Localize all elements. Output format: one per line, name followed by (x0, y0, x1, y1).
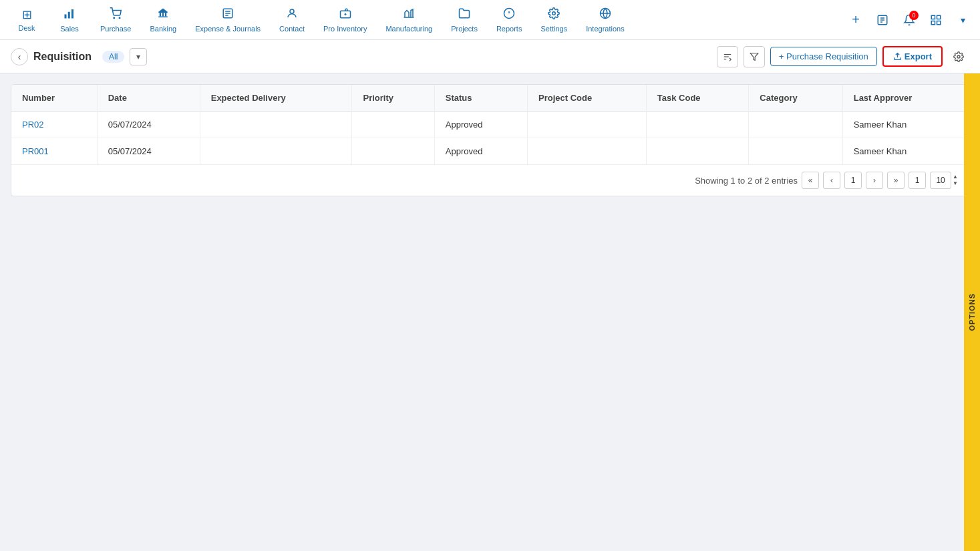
nav-item-integrations[interactable]: Integrations (578, 3, 632, 37)
svg-rect-5 (160, 13, 161, 16)
back-icon: ‹ (18, 51, 21, 62)
export-button[interactable]: Export (882, 46, 943, 67)
nav-dropdown-button[interactable]: ▾ (952, 9, 973, 31)
svg-rect-28 (937, 15, 941, 19)
cell-last-approver-1: Sameer Khan (842, 112, 969, 138)
col-priority: Priority (352, 85, 434, 112)
page-size-up-arrow[interactable]: ▲ (953, 174, 958, 180)
nav-item-settings[interactable]: Settings (532, 3, 575, 37)
svg-rect-27 (931, 15, 935, 19)
cell-number-2: PR001 (11, 138, 97, 165)
cell-category-1 (749, 112, 842, 138)
page-title: Requisition (33, 51, 92, 63)
prev-page-button[interactable]: ‹ (823, 172, 840, 189)
filter-button[interactable] (744, 46, 765, 67)
svg-point-13 (290, 9, 294, 13)
chevron-down-icon: ▾ (136, 52, 140, 61)
nav-item-banking[interactable]: Banking (142, 3, 184, 37)
nav-item-desk[interactable]: ⊞ Desk (7, 3, 47, 36)
grid-view-button[interactable] (925, 9, 947, 31)
cell-category-2 (749, 138, 842, 165)
pr001-link[interactable]: PR001 (22, 146, 49, 156)
options-label: OPTIONS (968, 293, 976, 331)
table-container: Number Date Expected Delivery Priority S… (11, 84, 969, 196)
cell-project-code-2 (528, 138, 647, 165)
filter-tag-all[interactable]: All (102, 51, 124, 63)
next-page-button[interactable]: › (866, 172, 883, 189)
table-row: PR02 05/07/2024 Approved Sameer Khan (11, 112, 969, 138)
options-sidebar[interactable]: OPTIONS (964, 73, 980, 551)
add-button[interactable]: + (845, 9, 866, 31)
nav-item-reports[interactable]: Reports (488, 3, 530, 37)
page-size-selector[interactable]: 10 ▲ ▼ (930, 172, 958, 189)
nav-label-desk: Desk (18, 24, 35, 32)
nav-label-projects: Projects (451, 25, 478, 33)
nav-label-manufacturing: Manufacturing (385, 25, 432, 33)
cell-task-code-2 (646, 138, 749, 165)
desk-icon: ⊞ (22, 7, 32, 22)
notification-button[interactable]: 0 (899, 9, 920, 31)
last-page-button[interactable]: » (887, 172, 905, 189)
nav-label-pro-inventory: Pro Inventory (323, 25, 367, 33)
edit-icon[interactable] (872, 9, 893, 31)
nav-label-banking: Banking (150, 25, 176, 33)
contact-icon (286, 7, 298, 23)
cell-priority-1 (352, 112, 434, 138)
first-page-button[interactable]: « (802, 172, 819, 189)
integrations-icon (599, 7, 611, 23)
table-header-row: Number Date Expected Delivery Priority S… (11, 85, 969, 112)
col-project-code: Project Code (528, 85, 647, 112)
nav-item-expense[interactable]: Expense & Journals (187, 3, 269, 37)
svg-rect-7 (165, 13, 166, 16)
page-size-down-arrow[interactable]: ▼ (953, 180, 958, 187)
add-purchase-requisition-button[interactable]: + Purchase Requisition (770, 47, 877, 66)
expense-icon (222, 7, 234, 23)
page-size-arrows[interactable]: ▲ ▼ (953, 174, 958, 186)
col-number: Number (11, 85, 97, 112)
nav-label-integrations: Integrations (586, 25, 624, 33)
nav-item-pro-inventory[interactable]: Pro Inventory (315, 3, 375, 37)
svg-marker-34 (750, 53, 758, 60)
nav-item-manufacturing[interactable]: Manufacturing (377, 3, 440, 37)
add-pr-label: + Purchase Requisition (779, 51, 868, 61)
nav-item-projects[interactable]: Projects (443, 3, 486, 37)
col-status: Status (434, 85, 527, 112)
purchase-icon (110, 7, 122, 23)
svg-point-4 (119, 17, 120, 19)
cell-expected-delivery-1 (200, 112, 352, 138)
nav-item-contact[interactable]: Contact (271, 3, 313, 37)
table-settings-button[interactable] (948, 46, 969, 67)
page-size-input[interactable]: 10 (930, 172, 951, 189)
back-button[interactable]: ‹ (11, 48, 28, 65)
pagination-showing-text: Showing 1 to 2 of 2 entries (695, 176, 798, 186)
pro-inventory-icon (339, 7, 351, 23)
svg-rect-0 (65, 14, 67, 18)
cell-priority-2 (352, 138, 434, 165)
nav-item-sales[interactable]: Sales (49, 3, 90, 37)
cell-task-code-1 (646, 112, 749, 138)
svg-rect-8 (159, 16, 168, 17)
nav-item-purchase[interactable]: Purchase (92, 3, 139, 37)
projects-icon (458, 7, 470, 23)
svg-rect-6 (162, 13, 164, 16)
notification-count: 0 (909, 11, 919, 20)
banking-icon (157, 7, 169, 23)
svg-point-20 (552, 11, 556, 15)
cell-date-2: 05/07/2024 (97, 138, 200, 165)
manufacturing-icon (403, 7, 415, 23)
pagination: Showing 1 to 2 of 2 entries « ‹ 1 › » 1 … (11, 164, 969, 196)
page-indicator: 1 (909, 172, 926, 189)
sort-button[interactable] (717, 46, 738, 67)
filter-dropdown-button[interactable]: ▾ (130, 48, 147, 65)
toolbar: ‹ Requisition All ▾ + Purchase Requisiti… (0, 40, 980, 73)
cell-number-1: PR02 (11, 112, 97, 138)
reports-icon (503, 7, 515, 23)
cell-status-1: Approved (434, 112, 527, 138)
top-nav: ⊞ Desk Sales Purchase Banking Expense (0, 0, 980, 40)
col-last-approver: Last Approver (842, 85, 969, 112)
cell-date-1: 05/07/2024 (97, 112, 200, 138)
cell-project-code-1 (528, 112, 647, 138)
toolbar-right: + Purchase Requisition Export (717, 46, 969, 67)
svg-point-3 (114, 17, 115, 19)
pr02-link[interactable]: PR02 (22, 120, 44, 130)
